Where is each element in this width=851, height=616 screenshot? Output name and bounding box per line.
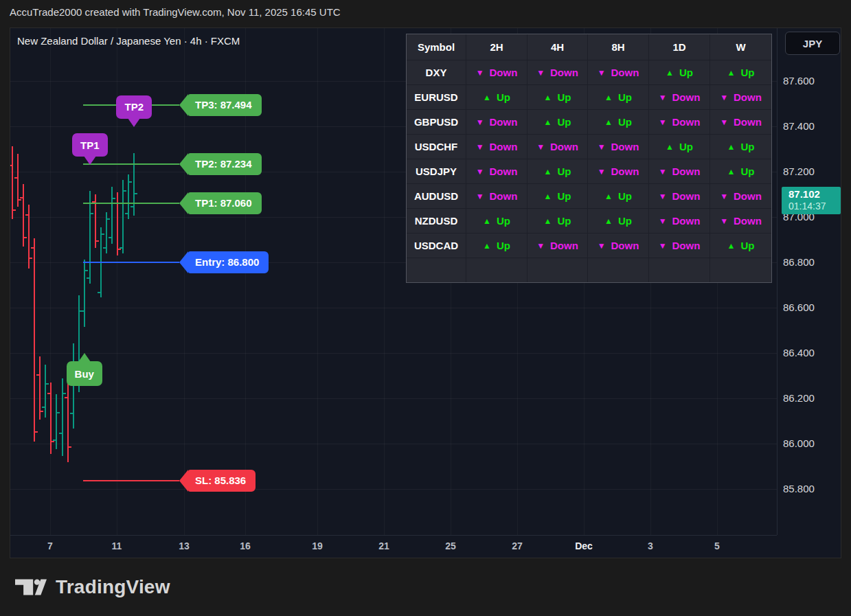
tp2-level-label[interactable]: TP2: 87.234	[179, 153, 262, 175]
signal-cell-up: ▲Up	[588, 209, 649, 233]
time-tick-label: 16	[240, 540, 251, 551]
current-price-value: 87.102	[788, 188, 841, 201]
grid-line-v	[384, 28, 385, 535]
signal-cell-down: ▼Down	[527, 233, 588, 258]
entry-level-label[interactable]: Entry: 86.800	[179, 251, 269, 273]
table-row: EURUSD▲Up▲Up▲Up▼Down▼Down	[407, 85, 771, 110]
ohlc-bar	[50, 383, 52, 454]
signal-text: Up	[557, 190, 571, 202]
signal-cell-up: ▲Up	[466, 233, 527, 258]
grid-line-h	[10, 353, 777, 354]
tp1-level-label-arrow-icon	[179, 192, 188, 214]
signal-text: Up	[618, 116, 632, 128]
entry-level-label-arrow-icon	[179, 251, 188, 273]
chart-pane[interactable]: TP3: 87.494TP2: 87.234TP1: 87.060Entry: …	[10, 28, 777, 535]
grid-line-h	[10, 489, 777, 490]
signal-cell-down: ▼Down	[649, 159, 710, 184]
tp2-hit-marker-pointer-icon	[128, 118, 140, 127]
down-triangle-icon: ▼	[720, 118, 728, 126]
sl-level-line	[83, 480, 179, 481]
price-axis[interactable]: JPY 87.102 01:14:37 87.60087.40087.20087…	[777, 28, 842, 535]
signal-text: Down	[490, 190, 518, 202]
up-triangle-icon: ▲	[727, 143, 736, 151]
tp2-level-line	[83, 163, 179, 165]
signal-cell-up: ▲Up	[527, 159, 588, 184]
down-triangle-icon: ▼	[659, 242, 667, 250]
ohlc-open-tick	[31, 247, 34, 249]
down-triangle-icon: ▼	[659, 168, 667, 176]
current-price-badge: 87.102 01:14:37	[782, 187, 841, 214]
signal-cell-up: ▲Up	[466, 209, 527, 233]
tp3-level-label-text: TP3: 87.494	[188, 94, 262, 116]
signal-cell-up: ▲Up	[649, 135, 710, 159]
signal-cell-down: ▼Down	[649, 233, 710, 258]
table-header-row: Symbol2H4H8H1DW	[407, 34, 771, 60]
tradingview-brand[interactable]: TradingView	[56, 576, 170, 598]
signal-text: Down	[734, 116, 762, 128]
time-tick-label: 11	[112, 540, 122, 551]
ohlc-close-tick	[35, 431, 38, 433]
symbol-cell: USDJPY	[407, 159, 466, 184]
ohlc-close-tick	[41, 411, 43, 412]
signal-text: Up	[557, 91, 571, 103]
empty-cell	[588, 258, 649, 282]
ohlc-close-tick	[19, 199, 21, 201]
down-triangle-icon: ▼	[598, 69, 606, 77]
table-row: USDJPY▼Down▲Up▼Down▼Down▲Up	[407, 159, 771, 184]
ohlc-close-tick	[96, 240, 99, 242]
signal-text: Up	[679, 67, 693, 78]
down-triangle-icon: ▼	[598, 242, 606, 250]
up-triangle-icon: ▲	[604, 93, 613, 102]
price-tick-label: 86.600	[783, 301, 815, 314]
signal-cell-down: ▼Down	[588, 135, 649, 159]
signal-cell-up: ▲Up	[710, 135, 771, 159]
ohlc-close-tick	[107, 218, 110, 220]
sl-level-label[interactable]: SL: 85.836	[179, 470, 256, 492]
empty-cell	[466, 258, 527, 282]
time-tick-label: 5	[714, 540, 720, 551]
up-triangle-icon: ▲	[727, 69, 736, 77]
signal-cell-up: ▲Up	[466, 85, 527, 110]
signal-cell-down: ▼Down	[466, 110, 527, 135]
tp3-level-label[interactable]: TP3: 87.494	[179, 94, 262, 116]
signal-cell-down: ▼Down	[527, 60, 588, 85]
ohlc-close-tick	[63, 393, 66, 394]
signal-text: Down	[490, 166, 518, 177]
ohlc-open-tick	[36, 374, 39, 376]
signal-text: Down	[734, 215, 762, 227]
signal-cell-down: ▼Down	[649, 209, 710, 233]
down-triangle-icon: ▼	[476, 168, 484, 176]
down-triangle-icon: ▼	[659, 217, 667, 225]
signal-text: Up	[740, 67, 754, 78]
tp1-hit-marker: TP1	[72, 133, 108, 157]
signal-text: Down	[672, 190, 701, 202]
ohlc-open-tick	[98, 292, 100, 293]
empty-cell	[649, 258, 710, 282]
signal-cell-up: ▲Up	[649, 60, 710, 85]
signal-text: Down	[611, 240, 639, 251]
tp1-level-label[interactable]: TP1: 87.060	[179, 192, 262, 214]
table-row: USDCHF▼Down▼Down▼Down▲Up▲Up	[407, 135, 771, 159]
down-triangle-icon: ▼	[659, 118, 667, 126]
signal-cell-up: ▲Up	[527, 110, 588, 135]
signal-cell-down: ▼Down	[710, 184, 771, 209]
symbol-cell: EURUSD	[407, 85, 466, 110]
up-triangle-icon: ▲	[483, 93, 491, 102]
ohlc-open-tick	[70, 413, 73, 414]
time-tick-label: 19	[312, 540, 323, 551]
tradingview-logo-icon[interactable]	[15, 575, 47, 600]
ohlc-open-tick	[10, 165, 12, 166]
signal-cell-up: ▲Up	[527, 85, 588, 110]
ohlc-bar	[111, 187, 113, 244]
time-axis[interactable]: 711131619212527Dec35	[10, 535, 777, 558]
signal-text: Up	[497, 91, 510, 103]
signal-text: Up	[618, 215, 632, 227]
strength-table: Symbol2H4H8H1DWDXY▼Down▼Down▼Down▲Up▲UpE…	[406, 34, 772, 283]
table-header-cell: 8H	[588, 34, 649, 60]
symbol-cell: DXY	[407, 60, 466, 85]
up-triangle-icon: ▲	[604, 217, 613, 225]
currency-button[interactable]: JPY	[785, 32, 840, 55]
price-tick-label: 86.400	[783, 347, 815, 359]
table-empty-row	[407, 258, 771, 282]
signal-text: Up	[679, 141, 693, 152]
